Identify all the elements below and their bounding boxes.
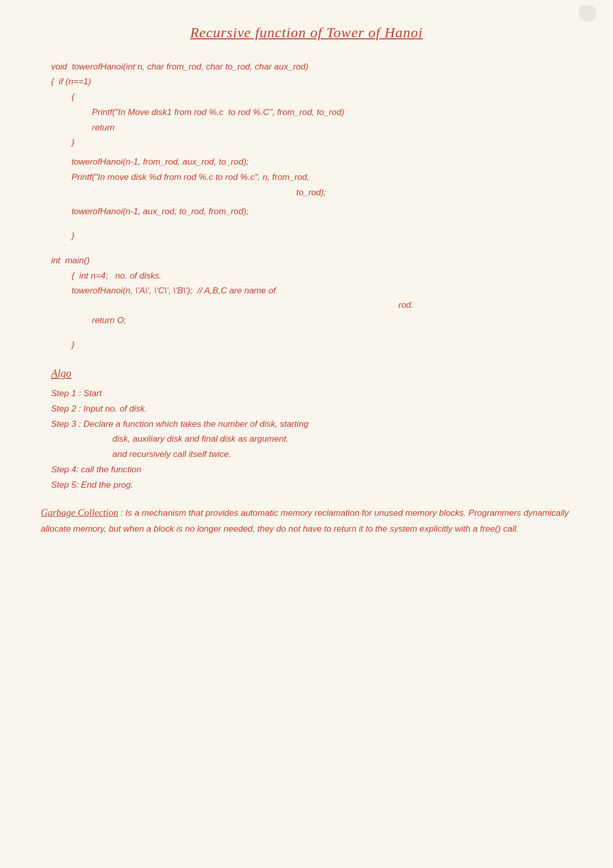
code-line-4: Printf("In Move disk1 from rod %.c to ro…: [92, 105, 582, 120]
code-line-5: return: [92, 120, 582, 135]
code-line-8: Printf("In move disk %d from rod %.c to …: [72, 170, 582, 185]
code-line-3: {: [72, 89, 582, 105]
step-5: Step 5: End the prog.: [51, 477, 582, 493]
garbage-section: Garbage Collection : Is a mechanism that…: [41, 505, 582, 537]
code-line-10: }: [72, 229, 582, 244]
code-line-8b: to_rod);: [296, 185, 582, 200]
garbage-title: Garbage Collection : Is a mechanism that…: [41, 509, 569, 533]
corner-decoration: [557, 5, 598, 36]
page-title: Recursive function of Tower of Hanoi: [190, 25, 423, 40]
garbage-body: : Is a mechanism that provides automatic…: [41, 508, 569, 534]
code-line-7: towerofHanoi(n-1, from_rod, aux_rod, to_…: [72, 154, 582, 170]
code-line-6: }: [72, 135, 582, 150]
page: Recursive function of Tower of Hanoi voi…: [0, 0, 613, 868]
algo-title: Algo: [51, 364, 582, 383]
code-section: void towerofHanoi(int n, char from_rod, …: [51, 59, 582, 353]
step-4: Step 4: call the function: [51, 462, 582, 477]
step-3c: and recursively call itself twice.: [112, 447, 582, 462]
code-line-1: void towerofHanoi(int n, char from_rod, …: [51, 59, 582, 75]
code-line-close: }: [72, 337, 582, 353]
step-1: Step 1 : Start: [51, 386, 582, 401]
algo-section: Algo Step 1 : Start Step 2 : Input no. o…: [51, 364, 582, 492]
code-line-9: towerofHanoi(n-1, aux_rod, to_rod, from_…: [72, 204, 582, 219]
step-3b: disk, auxiliary disk and final disk as a…: [112, 431, 582, 447]
code-line-main3b: rod.: [398, 298, 582, 313]
title-section: Recursive function of Tower of Hanoi: [31, 20, 582, 45]
svg-point-2: [581, 6, 589, 14]
code-line-main4: return O;: [92, 313, 582, 328]
code-line-main3: towerofHanoi(n, \'A\', \'C\', \'B\'); //…: [72, 283, 582, 299]
code-line-main2: { int n=4; no. of disks.: [72, 268, 582, 284]
step-2: Step 2 : Input no. of disk.: [51, 401, 582, 417]
code-line-main1: int main(): [51, 253, 582, 268]
code-line-2: { if (n==1): [51, 74, 582, 89]
step-3: Step 3 : Declare a function which takes …: [51, 417, 582, 432]
